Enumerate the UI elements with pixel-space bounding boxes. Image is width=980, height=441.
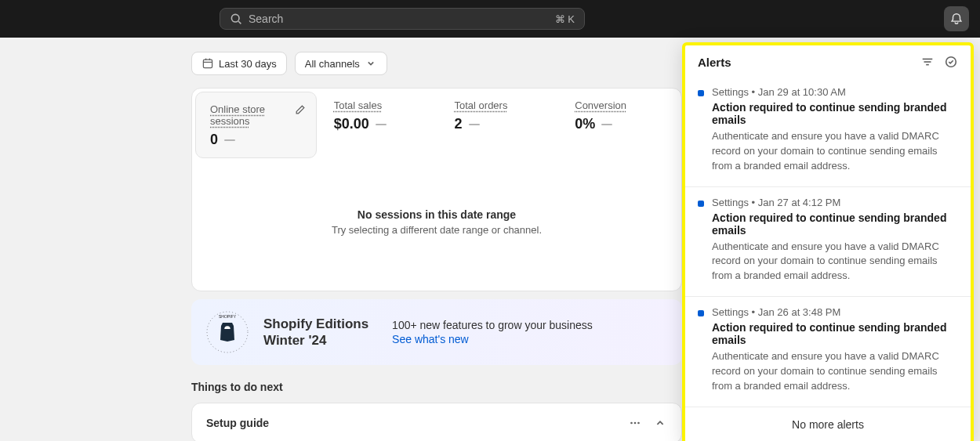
bell-icon bbox=[949, 12, 964, 26]
setup-actions bbox=[628, 416, 667, 430]
promo-title-line1: Shopify Editions bbox=[263, 316, 368, 332]
stat-label: Total sales bbox=[334, 99, 426, 111]
filter-row: Last 30 days All channels bbox=[191, 52, 682, 75]
alert-description: Authenticate and ensure you have a valid… bbox=[712, 240, 958, 284]
stat-sales[interactable]: Total sales $0.00 bbox=[320, 89, 441, 161]
stat-trend-dash bbox=[469, 124, 480, 125]
alert-meta: Settings • Jan 26 at 3:48 PM bbox=[712, 306, 958, 318]
promo-link[interactable]: See what's new bbox=[392, 333, 593, 345]
filter-icon[interactable] bbox=[920, 55, 935, 69]
unread-dot-icon bbox=[698, 90, 704, 96]
shopify-bag-icon bbox=[218, 321, 237, 343]
more-icon[interactable] bbox=[628, 416, 642, 430]
stat-sessions[interactable]: Online store sessions 0 bbox=[195, 92, 317, 158]
date-range-filter[interactable]: Last 30 days bbox=[191, 52, 287, 75]
unread-dot-icon bbox=[698, 201, 704, 207]
alerts-panel: Alerts Settings • Jan 29 at 10:30 AM Act… bbox=[682, 42, 974, 441]
date-range-label: Last 30 days bbox=[219, 58, 277, 70]
edit-button[interactable] bbox=[294, 103, 307, 119]
promo-right: 100+ new features to grow your business … bbox=[392, 319, 593, 345]
alert-description: Authenticate and ensure you have a valid… bbox=[712, 129, 958, 174]
svg-text:SHOPIFY: SHOPIFY bbox=[219, 314, 237, 319]
promo-banner: SHOPIFY Shopify Editions Winter '24 100+… bbox=[191, 299, 682, 365]
empty-subtitle: Try selecting a different date range or … bbox=[208, 224, 666, 236]
alert-item[interactable]: Settings • Jan 26 at 3:48 PM Action requ… bbox=[685, 297, 971, 407]
promo-description: 100+ new features to grow your business bbox=[392, 319, 593, 331]
setup-guide-card[interactable]: Setup guide bbox=[191, 403, 682, 441]
chevron-down-icon bbox=[365, 57, 377, 70]
chevron-up-icon[interactable] bbox=[653, 416, 667, 430]
alert-title: Action required to continue sending bran… bbox=[712, 211, 958, 237]
stat-trend-dash bbox=[601, 124, 612, 125]
unread-dot-icon bbox=[698, 310, 704, 316]
svg-line-1 bbox=[238, 21, 241, 23]
empty-state: No sessions in this date range Try selec… bbox=[192, 161, 681, 291]
stat-label: Conversion bbox=[575, 99, 666, 111]
channel-label: All channels bbox=[305, 58, 360, 70]
search-placeholder: Search bbox=[249, 13, 555, 25]
setup-title: Setup guide bbox=[206, 417, 628, 429]
stat-value: $0.00 bbox=[334, 116, 369, 132]
alert-title: Action required to continue sending bran… bbox=[712, 101, 958, 126]
alert-item[interactable]: Settings • Jan 29 at 10:30 AM Action req… bbox=[685, 77, 971, 187]
stat-trend-dash bbox=[224, 139, 235, 141]
promo-title-block: Shopify Editions Winter '24 bbox=[263, 316, 368, 349]
alerts-header: Alerts bbox=[685, 45, 971, 77]
stats-card: Online store sessions 0 Total sales $0.0… bbox=[191, 88, 682, 291]
section-heading: Things to do next bbox=[191, 381, 682, 393]
search-container: Search ⌘ K bbox=[220, 8, 585, 30]
promo-badge: SHOPIFY bbox=[205, 310, 249, 354]
stat-orders[interactable]: Total orders 2 bbox=[441, 89, 561, 161]
alerts-footer: No more alerts bbox=[685, 407, 971, 441]
alert-meta: Settings • Jan 27 at 4:12 PM bbox=[712, 197, 958, 208]
alerts-title: Alerts bbox=[698, 56, 920, 69]
notifications-button[interactable] bbox=[944, 6, 969, 31]
alert-meta: Settings • Jan 29 at 10:30 AM bbox=[712, 86, 958, 98]
promo-title-line2: Winter '24 bbox=[263, 332, 368, 349]
stat-value: 0% bbox=[575, 116, 595, 132]
search-icon bbox=[230, 13, 242, 25]
stat-value: 2 bbox=[455, 116, 463, 132]
empty-title: No sessions in this date range bbox=[208, 208, 666, 221]
stat-label: Online store sessions bbox=[210, 103, 302, 127]
svg-point-8 bbox=[630, 422, 633, 425]
stat-value: 0 bbox=[210, 132, 218, 148]
alert-item[interactable]: Settings • Jan 27 at 4:12 PM Action requ… bbox=[685, 187, 971, 298]
mark-read-icon[interactable] bbox=[944, 55, 958, 69]
stat-trend-dash bbox=[376, 124, 387, 125]
top-bar: Search ⌘ K bbox=[0, 0, 980, 38]
search-shortcut: ⌘ K bbox=[555, 13, 575, 25]
search-input[interactable]: Search ⌘ K bbox=[220, 8, 585, 30]
alert-title: Action required to continue sending bran… bbox=[712, 321, 958, 346]
calendar-icon bbox=[201, 57, 214, 70]
stat-conversion[interactable]: Conversion 0% bbox=[561, 89, 681, 161]
pencil-icon bbox=[294, 103, 307, 116]
svg-point-9 bbox=[634, 422, 637, 425]
svg-point-10 bbox=[637, 422, 640, 425]
stats-row: Online store sessions 0 Total sales $0.0… bbox=[192, 89, 681, 161]
svg-rect-2 bbox=[203, 60, 212, 67]
stat-label: Total orders bbox=[455, 99, 546, 111]
main-content: Last 30 days All channels Online store s… bbox=[0, 38, 682, 441]
alert-description: Authenticate and ensure you have a valid… bbox=[712, 349, 958, 394]
channel-filter[interactable]: All channels bbox=[295, 52, 387, 75]
svg-point-0 bbox=[231, 14, 239, 22]
